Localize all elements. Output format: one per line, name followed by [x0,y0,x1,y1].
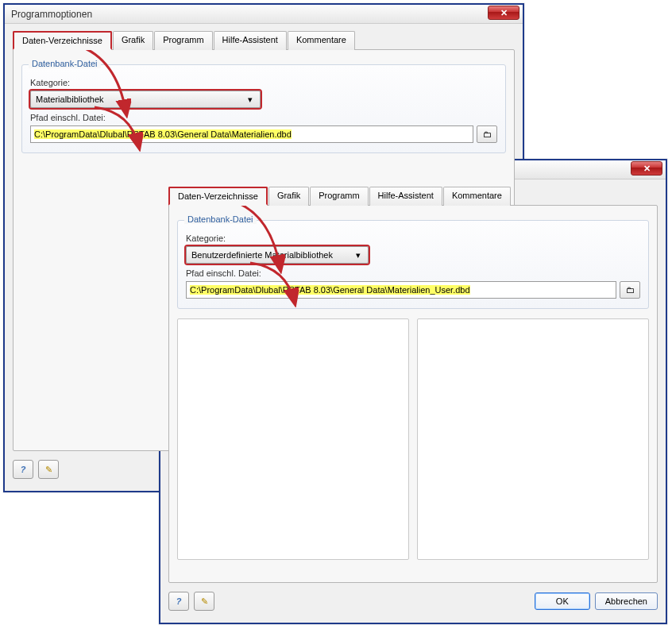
chevron-down-icon: ▾ [244,95,257,105]
tab-kommentare[interactable]: Kommentare [443,187,511,206]
tab-kommentare[interactable]: Kommentare [288,31,355,50]
window-title: Programmoptionen [11,9,92,20]
edit-button[interactable]: ✎ [38,460,59,479]
close-button[interactable]: ✕ [488,6,519,20]
help-button[interactable]: ? [13,460,33,479]
kategorie-combo-value: Materialbibliothek [36,95,244,104]
pfad-label: Pfad einschl. Datei: [186,268,640,278]
dialog-content: Daten-Verzeichnisse Grafik Programm Hilf… [160,179,666,623]
close-icon: ✕ [500,8,508,18]
browse-button[interactable]: 🗀 [477,125,497,143]
help-icon: ? [176,596,182,606]
group-datenbank-datei: Datenbank-Datei Kategorie: Benutzerdefin… [177,220,649,309]
titlebar: Programmoptionen ✕ [5,5,523,24]
kategorie-combo[interactable]: Materialbibliothek ▾ [30,91,261,108]
group-legend: Datenbank-Datei [184,214,257,224]
kategorie-label: Kategorie: [186,233,640,243]
kategorie-label: Kategorie: [30,78,497,87]
ok-button[interactable]: OK [535,592,590,610]
browse-button[interactable]: 🗀 [620,281,640,299]
close-icon: ✕ [643,164,651,174]
pfad-value: C:\ProgramData\Dlubal\RSTAB 8.03\General… [34,129,292,139]
pfad-input[interactable]: C:\ProgramData\Dlubal\RSTAB 8.03\General… [30,125,473,143]
tab-bar: Daten-Verzeichnisse Grafik Programm Hilf… [168,186,658,205]
edit-icon: ✎ [201,596,208,607]
kategorie-combo-value: Benutzerdefinierte Materialbibliothek [191,250,352,260]
tab-daten-verzeichnisse[interactable]: Daten-Verzeichnisse [168,187,268,206]
close-button[interactable]: ✕ [631,161,662,176]
tab-body: Datenbank-Datei Kategorie: Benutzerdefin… [168,205,658,583]
folder-icon: 🗀 [626,285,635,295]
group-datenbank-datei: Datenbank-Datei Kategorie: Materialbibli… [21,64,506,153]
kategorie-combo[interactable]: Benutzerdefinierte Materialbibliothek ▾ [186,246,369,264]
tab-hilfe-assistent[interactable]: Hilfe-Assistent [369,187,442,206]
left-panel [177,318,409,560]
tab-grafik[interactable]: Grafik [113,31,153,50]
tab-daten-verzeichnisse[interactable]: Daten-Verzeichnisse [13,31,112,50]
tab-programm[interactable]: Programm [154,31,212,50]
edit-icon: ✎ [45,465,52,475]
edit-button[interactable]: ✎ [194,592,214,611]
help-icon: ? [21,465,26,474]
right-panel [417,318,649,560]
dialog-front: Programmoptionen ✕ Daten-Verzeichnisse G… [159,159,667,624]
pfad-value: C:\ProgramData\Dlubal\RSTAB 8.03\General… [190,285,470,295]
panels-row [177,318,649,560]
tab-grafik[interactable]: Grafik [268,187,309,206]
chevron-down-icon: ▾ [352,250,365,260]
help-button[interactable]: ? [168,592,189,611]
cancel-button[interactable]: Abbrechen [595,592,658,610]
tab-hilfe-assistent[interactable]: Hilfe-Assistent [214,31,287,50]
group-legend: Datenbank-Datei [29,59,101,68]
dialog-footer: ? ✎ OK Abbrechen [168,589,658,613]
pfad-input[interactable]: C:\ProgramData\Dlubal\RSTAB 8.03\General… [186,281,616,299]
tab-bar: Daten-Verzeichnisse Grafik Programm Hilf… [13,30,515,49]
folder-icon: 🗀 [483,129,492,139]
pfad-label: Pfad einschl. Datei: [30,113,497,122]
tab-programm[interactable]: Programm [310,187,368,206]
